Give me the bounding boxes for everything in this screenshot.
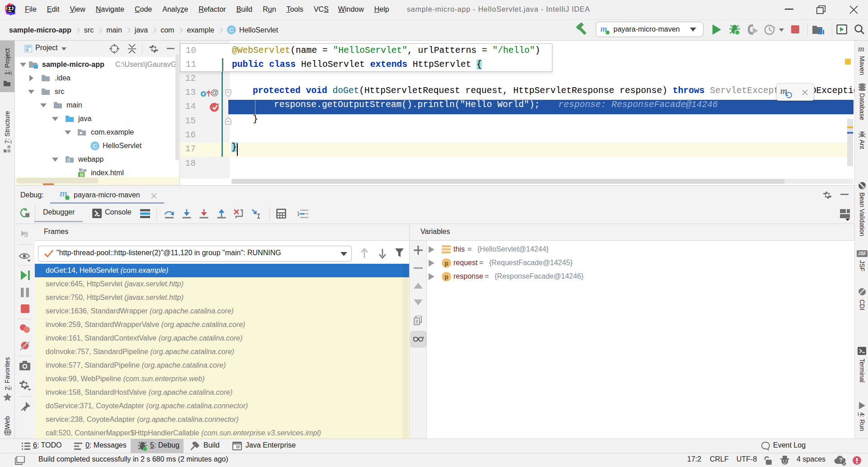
svg-text:p: p (444, 260, 448, 267)
svg-text:C: C (229, 27, 233, 33)
svg-text:C: C (93, 143, 97, 149)
svg-text:?: ? (839, 457, 843, 463)
svg-text:p: p (444, 273, 448, 280)
svg-text:9: 9 (24, 231, 28, 238)
svg-text:EE: EE (237, 446, 241, 449)
